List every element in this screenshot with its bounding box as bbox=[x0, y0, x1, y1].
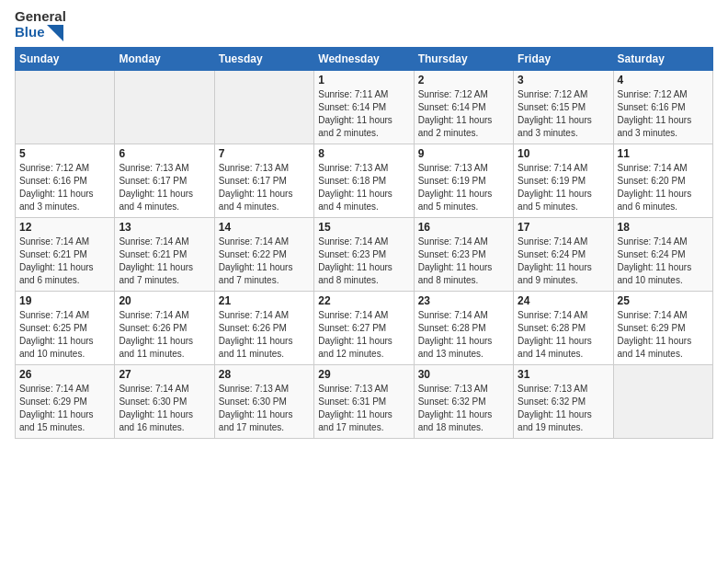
calendar-cell: 27Sunrise: 7:14 AM Sunset: 6:30 PM Dayli… bbox=[115, 364, 214, 438]
logo-arrow-icon bbox=[47, 25, 63, 41]
day-number: 10 bbox=[518, 147, 609, 160]
calendar-cell: 18Sunrise: 7:14 AM Sunset: 6:24 PM Dayli… bbox=[613, 217, 712, 291]
day-info: Sunrise: 7:13 AM Sunset: 6:32 PM Dayligh… bbox=[418, 383, 509, 434]
day-number: 15 bbox=[318, 221, 409, 234]
day-number: 19 bbox=[19, 294, 110, 307]
calendar-cell: 25Sunrise: 7:14 AM Sunset: 6:29 PM Dayli… bbox=[613, 291, 712, 364]
calendar-cell: 31Sunrise: 7:13 AM Sunset: 6:32 PM Dayli… bbox=[514, 364, 613, 438]
day-number: 7 bbox=[219, 147, 310, 160]
day-number: 17 bbox=[518, 221, 609, 234]
calendar-cell: 21Sunrise: 7:14 AM Sunset: 6:26 PM Dayli… bbox=[214, 291, 313, 364]
day-info: Sunrise: 7:12 AM Sunset: 6:14 PM Dayligh… bbox=[418, 88, 509, 140]
day-info: Sunrise: 7:14 AM Sunset: 6:29 PM Dayligh… bbox=[618, 309, 709, 361]
calendar-week-row: 5Sunrise: 7:12 AM Sunset: 6:16 PM Daylig… bbox=[16, 144, 713, 217]
calendar-cell: 10Sunrise: 7:14 AM Sunset: 6:19 PM Dayli… bbox=[514, 144, 613, 217]
day-number: 13 bbox=[119, 221, 210, 234]
day-number: 25 bbox=[618, 294, 709, 307]
day-info: Sunrise: 7:14 AM Sunset: 6:21 PM Dayligh… bbox=[19, 236, 110, 287]
calendar-week-row: 1Sunrise: 7:11 AM Sunset: 6:14 PM Daylig… bbox=[16, 70, 713, 144]
day-info: Sunrise: 7:14 AM Sunset: 6:19 PM Dayligh… bbox=[518, 162, 609, 213]
day-number: 18 bbox=[618, 221, 709, 234]
weekday-header: Tuesday bbox=[214, 47, 313, 70]
day-number: 30 bbox=[418, 368, 509, 381]
calendar-cell: 5Sunrise: 7:12 AM Sunset: 6:16 PM Daylig… bbox=[16, 144, 115, 217]
day-info: Sunrise: 7:13 AM Sunset: 6:18 PM Dayligh… bbox=[318, 162, 409, 213]
day-info: Sunrise: 7:14 AM Sunset: 6:24 PM Dayligh… bbox=[518, 236, 609, 287]
day-info: Sunrise: 7:14 AM Sunset: 6:21 PM Dayligh… bbox=[119, 236, 210, 287]
day-number: 27 bbox=[119, 368, 210, 381]
day-info: Sunrise: 7:14 AM Sunset: 6:26 PM Dayligh… bbox=[219, 309, 310, 361]
day-number: 26 bbox=[19, 368, 110, 381]
day-number: 5 bbox=[19, 147, 110, 160]
calendar-cell: 13Sunrise: 7:14 AM Sunset: 6:21 PM Dayli… bbox=[115, 217, 214, 291]
calendar-cell: 29Sunrise: 7:13 AM Sunset: 6:31 PM Dayli… bbox=[314, 364, 414, 438]
calendar-cell: 2Sunrise: 7:12 AM Sunset: 6:14 PM Daylig… bbox=[414, 70, 513, 144]
calendar-week-row: 12Sunrise: 7:14 AM Sunset: 6:21 PM Dayli… bbox=[16, 217, 713, 291]
calendar-cell: 12Sunrise: 7:14 AM Sunset: 6:21 PM Dayli… bbox=[16, 217, 115, 291]
day-number: 14 bbox=[219, 221, 310, 234]
day-info: Sunrise: 7:14 AM Sunset: 6:23 PM Dayligh… bbox=[318, 236, 409, 287]
day-info: Sunrise: 7:13 AM Sunset: 6:31 PM Dayligh… bbox=[318, 383, 409, 434]
day-info: Sunrise: 7:14 AM Sunset: 6:27 PM Dayligh… bbox=[318, 309, 409, 361]
day-info: Sunrise: 7:13 AM Sunset: 6:30 PM Dayligh… bbox=[219, 383, 310, 434]
day-number: 16 bbox=[418, 221, 509, 234]
calendar-cell: 1Sunrise: 7:11 AM Sunset: 6:14 PM Daylig… bbox=[314, 70, 414, 144]
calendar-week-row: 19Sunrise: 7:14 AM Sunset: 6:25 PM Dayli… bbox=[16, 291, 713, 364]
calendar-cell bbox=[115, 70, 214, 144]
day-info: Sunrise: 7:14 AM Sunset: 6:22 PM Dayligh… bbox=[219, 236, 310, 287]
day-info: Sunrise: 7:12 AM Sunset: 6:15 PM Dayligh… bbox=[518, 88, 609, 140]
logo: General Blue bbox=[15, 9, 66, 41]
calendar-cell bbox=[613, 364, 712, 438]
day-info: Sunrise: 7:14 AM Sunset: 6:25 PM Dayligh… bbox=[19, 309, 110, 361]
day-number: 24 bbox=[518, 294, 609, 307]
calendar-table: SundayMondayTuesdayWednesdayThursdayFrid… bbox=[15, 47, 713, 439]
calendar-cell bbox=[16, 70, 115, 144]
day-number: 12 bbox=[19, 221, 110, 234]
day-info: Sunrise: 7:13 AM Sunset: 6:17 PM Dayligh… bbox=[119, 162, 210, 213]
calendar-cell: 9Sunrise: 7:13 AM Sunset: 6:19 PM Daylig… bbox=[414, 144, 513, 217]
day-info: Sunrise: 7:14 AM Sunset: 6:28 PM Dayligh… bbox=[518, 309, 609, 361]
day-info: Sunrise: 7:12 AM Sunset: 6:16 PM Dayligh… bbox=[618, 88, 709, 140]
day-number: 23 bbox=[418, 294, 509, 307]
calendar-cell: 24Sunrise: 7:14 AM Sunset: 6:28 PM Dayli… bbox=[514, 291, 613, 364]
day-number: 8 bbox=[318, 147, 409, 160]
day-info: Sunrise: 7:14 AM Sunset: 6:24 PM Dayligh… bbox=[618, 236, 709, 287]
day-info: Sunrise: 7:14 AM Sunset: 6:28 PM Dayligh… bbox=[418, 309, 509, 361]
calendar-cell: 20Sunrise: 7:14 AM Sunset: 6:26 PM Dayli… bbox=[115, 291, 214, 364]
calendar-cell: 11Sunrise: 7:14 AM Sunset: 6:20 PM Dayli… bbox=[613, 144, 712, 217]
day-number: 31 bbox=[518, 368, 609, 381]
logo-blue-text: Blue bbox=[15, 25, 45, 40]
calendar-cell: 14Sunrise: 7:14 AM Sunset: 6:22 PM Dayli… bbox=[214, 217, 313, 291]
calendar-week-row: 26Sunrise: 7:14 AM Sunset: 6:29 PM Dayli… bbox=[16, 364, 713, 438]
weekday-header: Wednesday bbox=[314, 47, 414, 70]
day-info: Sunrise: 7:14 AM Sunset: 6:20 PM Dayligh… bbox=[618, 162, 709, 213]
day-number: 21 bbox=[219, 294, 310, 307]
calendar-cell: 15Sunrise: 7:14 AM Sunset: 6:23 PM Dayli… bbox=[314, 217, 414, 291]
day-number: 1 bbox=[318, 74, 409, 86]
day-info: Sunrise: 7:12 AM Sunset: 6:16 PM Dayligh… bbox=[19, 162, 110, 213]
calendar-cell: 19Sunrise: 7:14 AM Sunset: 6:25 PM Dayli… bbox=[16, 291, 115, 364]
calendar-cell: 26Sunrise: 7:14 AM Sunset: 6:29 PM Dayli… bbox=[16, 364, 115, 438]
calendar-cell: 22Sunrise: 7:14 AM Sunset: 6:27 PM Dayli… bbox=[314, 291, 414, 364]
weekday-header: Monday bbox=[115, 47, 214, 70]
day-info: Sunrise: 7:14 AM Sunset: 6:29 PM Dayligh… bbox=[19, 383, 110, 434]
day-info: Sunrise: 7:14 AM Sunset: 6:26 PM Dayligh… bbox=[119, 309, 210, 361]
day-number: 6 bbox=[119, 147, 210, 160]
calendar-cell: 6Sunrise: 7:13 AM Sunset: 6:17 PM Daylig… bbox=[115, 144, 214, 217]
logo-general-text: General bbox=[15, 9, 66, 25]
weekday-header: Saturday bbox=[613, 47, 712, 70]
calendar-header-row: SundayMondayTuesdayWednesdayThursdayFrid… bbox=[16, 47, 713, 70]
day-number: 22 bbox=[318, 294, 409, 307]
day-info: Sunrise: 7:14 AM Sunset: 6:23 PM Dayligh… bbox=[418, 236, 509, 287]
day-number: 11 bbox=[618, 147, 709, 160]
day-info: Sunrise: 7:13 AM Sunset: 6:17 PM Dayligh… bbox=[219, 162, 310, 213]
day-number: 4 bbox=[618, 74, 709, 86]
day-number: 29 bbox=[318, 368, 409, 381]
day-number: 9 bbox=[418, 147, 509, 160]
weekday-header: Thursday bbox=[414, 47, 513, 70]
day-number: 2 bbox=[418, 74, 509, 86]
calendar-cell: 4Sunrise: 7:12 AM Sunset: 6:16 PM Daylig… bbox=[613, 70, 712, 144]
day-info: Sunrise: 7:13 AM Sunset: 6:19 PM Dayligh… bbox=[418, 162, 509, 213]
calendar-cell: 23Sunrise: 7:14 AM Sunset: 6:28 PM Dayli… bbox=[414, 291, 513, 364]
svg-marker-0 bbox=[47, 25, 63, 41]
